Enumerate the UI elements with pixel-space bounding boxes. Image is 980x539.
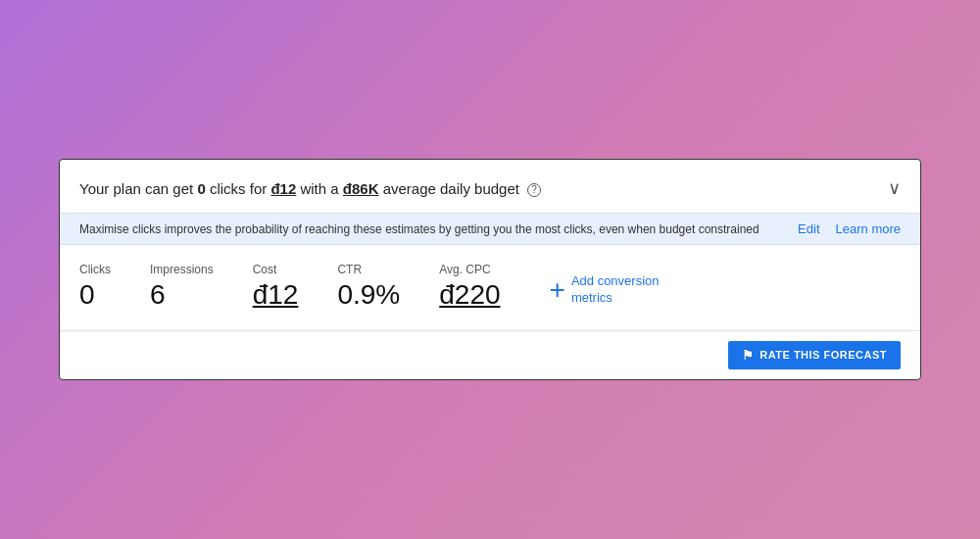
edit-link[interactable]: Edit xyxy=(798,221,819,236)
help-icon[interactable]: ? xyxy=(527,183,541,197)
metric-cost: Cost đ12 xyxy=(253,263,299,311)
metric-clicks-label: Clicks xyxy=(79,263,111,276)
metric-ctr: CTR 0.9% xyxy=(337,263,400,311)
metric-clicks: Clicks 0 xyxy=(79,263,111,311)
add-conversion-button[interactable]: + Add conversion metrics xyxy=(550,273,660,311)
clicks-label: clicks for xyxy=(210,180,267,197)
learn-more-link[interactable]: Learn more xyxy=(836,221,901,236)
metric-avg-cpc-value: đ220 xyxy=(439,280,500,311)
plus-icon: + xyxy=(550,276,565,304)
info-banner: Maximise clicks improves the probability… xyxy=(60,214,920,245)
metric-cost-label: Cost xyxy=(253,263,299,276)
add-conversion-text: Add conversion metrics xyxy=(571,273,660,307)
clicks-value: 0 xyxy=(197,180,205,197)
with-text: with a xyxy=(300,180,338,197)
card-footer: ⚑ RATE THIS FORECAST xyxy=(60,331,920,379)
metric-impressions-label: Impressions xyxy=(150,263,214,276)
collapse-chevron[interactable]: ∨ xyxy=(888,177,901,199)
metric-clicks-value: 0 xyxy=(79,280,111,311)
metric-ctr-label: CTR xyxy=(337,263,400,276)
metric-avg-cpc-label: Avg. CPC xyxy=(439,263,500,276)
metric-ctr-value: 0.9% xyxy=(337,280,400,311)
metric-impressions: Impressions 6 xyxy=(150,263,214,311)
rate-button-label: RATE THIS FORECAST xyxy=(760,349,887,361)
budget-value: đ86K xyxy=(343,180,379,197)
card-header: Your plan can get 0 clicks for đ12 with … xyxy=(60,160,920,214)
metric-avg-cpc: Avg. CPC đ220 xyxy=(439,263,500,311)
metrics-row: Clicks 0 Impressions 6 Cost đ12 CTR 0.9%… xyxy=(60,245,920,331)
add-conversion-line2: metrics xyxy=(571,290,612,305)
add-conversion-line1: Add conversion xyxy=(571,273,660,288)
metric-cost-value: đ12 xyxy=(253,280,299,311)
banner-links: Edit Learn more xyxy=(798,221,901,236)
budget-label: average daily budget xyxy=(383,180,519,197)
banner-text: Maximise clicks improves the probability… xyxy=(79,222,782,236)
header-text: Your plan can get 0 clicks for đ12 with … xyxy=(79,178,541,199)
metric-impressions-value: 6 xyxy=(150,280,214,311)
forecast-card: Your plan can get 0 clicks for đ12 with … xyxy=(59,159,921,380)
rate-forecast-button[interactable]: ⚑ RATE THIS FORECAST xyxy=(728,341,901,369)
flag-icon: ⚑ xyxy=(742,348,755,363)
cost-value: đ12 xyxy=(270,180,296,197)
